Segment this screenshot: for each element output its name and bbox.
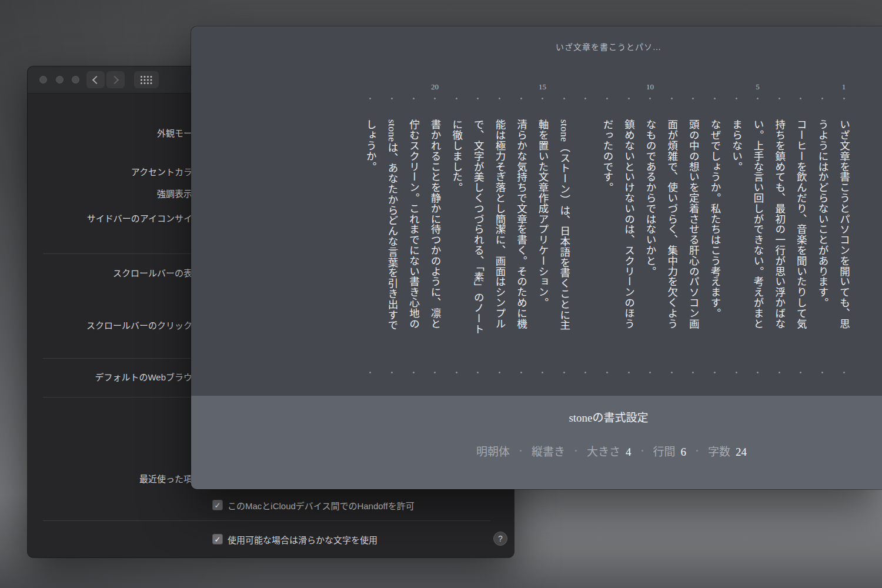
separator-dot bbox=[575, 450, 577, 452]
option-label: 明朝体 bbox=[476, 443, 510, 459]
text-column: 頭の中の想いを定着させる肝心のパソコン画 bbox=[682, 119, 704, 376]
column-dot bbox=[434, 98, 436, 99]
column-dot bbox=[628, 98, 630, 99]
option-font[interactable]: 明朝体 bbox=[476, 443, 510, 459]
close-button[interactable] bbox=[39, 76, 47, 83]
column-dot bbox=[456, 98, 457, 99]
column-dot bbox=[584, 98, 586, 99]
pref-label-default-browser: デフォルトのWebブラウ bbox=[0, 371, 192, 384]
grid-icon bbox=[140, 75, 153, 85]
option-size[interactable]: 大きさ4 bbox=[587, 443, 632, 459]
option-char-count[interactable]: 字数24 bbox=[708, 443, 747, 459]
option-value: 24 bbox=[736, 446, 747, 459]
format-settings-title: stoneの書式設定 bbox=[569, 409, 648, 425]
text-column: 清らかな気持ちで文章を書く。そのために機 bbox=[510, 119, 532, 376]
text-column: い。上手な言い回しができない。考えがまと bbox=[747, 119, 769, 376]
text-column: なものであるからではないかと。 bbox=[639, 119, 661, 376]
column-dot bbox=[520, 98, 522, 99]
chevron-right-icon bbox=[111, 75, 119, 83]
column-dot bbox=[843, 372, 845, 373]
column-dot bbox=[563, 98, 565, 99]
ruler-number: 5 bbox=[756, 82, 760, 92]
text-column: stone（ストーン）は、日本語を書くことに主 bbox=[553, 119, 575, 376]
show-all-button[interactable] bbox=[134, 71, 159, 88]
text-column: うようにはかどらないことがあります。 bbox=[811, 119, 833, 376]
column-dot bbox=[520, 372, 522, 373]
format-settings-bar: stoneの書式設定 明朝体縦書き大きさ4行間6字数24 bbox=[191, 396, 882, 489]
font-smoothing-label: 使用可能な場合は滑らかな文字を使用 bbox=[228, 533, 377, 546]
column-dot bbox=[456, 372, 457, 373]
ruler-number: 15 bbox=[539, 82, 546, 92]
column-dot bbox=[714, 372, 716, 373]
column-dot bbox=[779, 98, 780, 99]
text-column: 面が煩雑で、使いづらく、集中力を欠くよう bbox=[661, 119, 683, 376]
pref-label-sidebar-icon: サイドバーのアイコンサイ bbox=[0, 212, 192, 225]
text-column: だったのです。 bbox=[596, 119, 618, 376]
text-column: 能は極力そぎ落とし簡潔に、画面はシンプル bbox=[489, 119, 510, 376]
font-smoothing-checkbox[interactable]: ✓ bbox=[212, 534, 223, 544]
column-dot bbox=[671, 98, 673, 99]
column-dot bbox=[800, 98, 801, 99]
column-dot bbox=[477, 98, 479, 99]
column-dot bbox=[821, 372, 823, 373]
text-column: 佇むスクリーン。これまでにない書き心地の bbox=[403, 119, 425, 376]
option-label: 縦書き bbox=[532, 443, 565, 459]
pref-label-accent-color: アクセントカラ bbox=[0, 166, 192, 179]
separator-dot bbox=[642, 450, 643, 452]
text-column: コーヒーを飲んだり、音楽を聞いたりして気 bbox=[790, 119, 811, 376]
column-dot bbox=[413, 372, 415, 373]
column-dot bbox=[606, 372, 608, 373]
text-column: まらない。 bbox=[726, 119, 747, 376]
column-dot bbox=[563, 372, 565, 373]
column-dot bbox=[649, 98, 651, 99]
handoff-checkbox[interactable]: ✓ bbox=[212, 500, 223, 510]
column-dot bbox=[499, 372, 500, 373]
text-column: しょうか。 bbox=[359, 119, 381, 376]
text-column: で、文字が美しくつづられる、「素」のノート bbox=[467, 119, 489, 376]
text-column: 持ちを鎮めても、最初の一行が思い浮かばな bbox=[769, 119, 790, 376]
pref-label-scrollbar-click: スクロールバーのクリック bbox=[0, 319, 192, 332]
option-line-spacing[interactable]: 行間6 bbox=[653, 443, 687, 459]
option-label: 字数 bbox=[708, 443, 730, 459]
option-value: 6 bbox=[681, 446, 687, 459]
pref-label-highlight: 強調表示 bbox=[0, 188, 192, 201]
ruler-number: 10 bbox=[646, 82, 654, 92]
pref-label-recent-items: 最近使った項 bbox=[0, 473, 192, 486]
separator-dot bbox=[520, 450, 522, 452]
text-column bbox=[574, 119, 596, 376]
option-label: 行間 bbox=[653, 443, 676, 459]
column-dot bbox=[413, 98, 415, 99]
column-dot bbox=[843, 98, 845, 99]
option-direction[interactable]: 縦書き bbox=[532, 443, 565, 459]
help-button[interactable]: ? bbox=[493, 532, 507, 546]
option-value: 4 bbox=[626, 446, 632, 459]
format-options: 明朝体縦書き大きさ4行間6字数24 bbox=[476, 443, 747, 459]
text-column: 軸を置いた文章作成アプリケーション。 bbox=[532, 119, 553, 376]
minimize-button[interactable] bbox=[56, 76, 64, 83]
text-column: 鎮めないといけないのは、スクリーンのほう bbox=[618, 119, 640, 376]
column-dot bbox=[821, 98, 823, 99]
stone-app-window: いざ文章を書こうとパソ… 20151051 いざ文章を書こうとパソコンを開いても… bbox=[191, 26, 882, 489]
column-dot bbox=[499, 98, 500, 99]
column-dot bbox=[736, 372, 737, 373]
zoom-button[interactable] bbox=[72, 76, 79, 83]
column-dot bbox=[628, 372, 630, 373]
column-dot bbox=[391, 372, 393, 373]
handoff-row: ✓ このMacとiCloudデバイス間でのHandoffを許可 bbox=[212, 499, 415, 511]
text-column: に徹しました。 bbox=[446, 119, 467, 376]
font-smoothing-row: ✓ 使用可能な場合は滑らかな文字を使用 bbox=[212, 533, 377, 545]
option-label: 大きさ bbox=[587, 443, 620, 459]
ruler-number: 1 bbox=[842, 82, 846, 92]
column-dot bbox=[779, 372, 780, 373]
text-column: stoneは、あなたからどんな言葉を引き出すで bbox=[381, 119, 403, 376]
desktop: 外観モー アクセントカラ 強調表示 サイドバーのアイコンサイ スクロールバーの表… bbox=[0, 0, 882, 588]
chevron-left-icon bbox=[92, 75, 101, 83]
column-dot bbox=[714, 98, 716, 99]
column-dot bbox=[391, 98, 393, 99]
check-icon: ✓ bbox=[215, 502, 221, 509]
column-dot bbox=[692, 98, 694, 99]
text-column: いざ文章を書こうとパソコンを開いても、思 bbox=[833, 119, 855, 376]
forward-button[interactable] bbox=[106, 71, 125, 88]
text-column: 書かれることを静かに待つかのように、凛と bbox=[424, 119, 446, 376]
back-button[interactable] bbox=[86, 71, 105, 88]
